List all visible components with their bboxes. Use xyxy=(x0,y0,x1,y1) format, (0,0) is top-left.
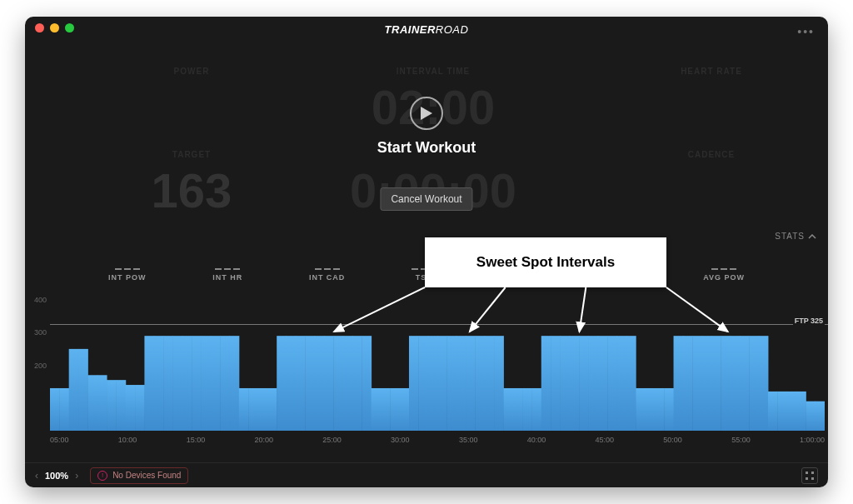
svg-rect-64 xyxy=(646,388,656,431)
device-status[interactable]: ! No Devices Found xyxy=(90,467,188,484)
zoom-out-icon[interactable]: ‹ xyxy=(35,470,38,482)
svg-rect-5 xyxy=(87,375,97,431)
svg-rect-58 xyxy=(588,336,598,431)
svg-rect-60 xyxy=(607,336,617,431)
zoom-control[interactable]: ‹ 100% › xyxy=(35,470,78,482)
start-workout-label: Start Workout xyxy=(377,139,476,157)
close-dot[interactable] xyxy=(35,23,44,32)
svg-rect-22 xyxy=(248,388,258,431)
svg-rect-43 xyxy=(446,336,456,431)
svg-rect-66 xyxy=(664,388,674,431)
svg-rect-16 xyxy=(192,336,202,431)
cadence-label: CADENCE xyxy=(661,150,761,159)
svg-rect-67 xyxy=(674,336,684,431)
svg-rect-4 xyxy=(78,349,88,431)
cancel-workout-button[interactable]: Cancel Workout xyxy=(380,187,472,211)
svg-rect-82 xyxy=(816,402,825,431)
power-label: POWER xyxy=(142,67,242,76)
svg-rect-49 xyxy=(503,388,513,431)
x-tick: 30:00 xyxy=(391,436,410,444)
svg-rect-8 xyxy=(116,380,126,431)
expand-icon xyxy=(806,472,814,480)
svg-rect-33 xyxy=(352,336,362,431)
svg-rect-9 xyxy=(126,385,136,431)
svg-rect-85 xyxy=(806,477,808,480)
svg-rect-28 xyxy=(305,336,315,431)
svg-rect-34 xyxy=(362,336,372,431)
svg-rect-2 xyxy=(59,388,69,431)
svg-rect-52 xyxy=(531,388,541,431)
svg-rect-20 xyxy=(229,336,239,431)
device-status-text: No Devices Found xyxy=(112,471,181,480)
workout-chart[interactable]: 400300200 FTP 325 05:0010:0015:0020:0025… xyxy=(50,300,828,447)
svg-rect-27 xyxy=(296,336,306,431)
window-traffic-lights xyxy=(35,23,74,32)
fullscreen-button[interactable] xyxy=(801,467,818,484)
svg-rect-6 xyxy=(97,375,107,431)
svg-rect-25 xyxy=(277,336,287,431)
svg-rect-47 xyxy=(485,336,495,431)
target-value: 163 xyxy=(125,162,258,218)
minimize-dot[interactable] xyxy=(50,23,59,32)
chevron-up-icon xyxy=(808,234,816,239)
svg-rect-32 xyxy=(343,336,353,431)
power-bars xyxy=(50,300,825,431)
app-logo: TRAINERROAD xyxy=(385,23,469,36)
svg-rect-39 xyxy=(409,336,419,431)
zoom-dot[interactable] xyxy=(65,23,74,32)
zoom-in-icon[interactable]: › xyxy=(75,470,78,482)
svg-rect-73 xyxy=(731,336,741,431)
zoom-value: 100% xyxy=(45,471,68,481)
interval-time-label: INTERVAL TIME xyxy=(367,67,500,76)
x-tick: 05:00 xyxy=(50,436,69,444)
y-axis: 400300200 xyxy=(25,300,50,431)
svg-rect-68 xyxy=(683,336,693,431)
svg-rect-31 xyxy=(333,336,343,431)
svg-rect-23 xyxy=(258,388,268,431)
play-button[interactable] xyxy=(410,97,443,130)
footer-bar: ‹ 100% › ! No Devices Found xyxy=(25,462,828,487)
svg-rect-13 xyxy=(163,336,173,431)
svg-rect-62 xyxy=(626,336,636,431)
stats-toggle[interactable]: STATS xyxy=(775,232,816,241)
svg-rect-61 xyxy=(616,336,626,431)
svg-rect-78 xyxy=(777,392,787,431)
metric-int-cad: INT CAD xyxy=(309,268,346,282)
svg-rect-15 xyxy=(182,336,192,431)
svg-rect-71 xyxy=(711,336,721,431)
svg-rect-3 xyxy=(69,349,79,431)
svg-rect-21 xyxy=(239,388,249,431)
svg-rect-29 xyxy=(315,336,325,431)
svg-rect-35 xyxy=(372,388,382,431)
svg-marker-0 xyxy=(421,107,432,120)
x-axis: 05:0010:0015:0020:0025:0030:0035:0040:00… xyxy=(50,432,825,447)
svg-rect-79 xyxy=(787,392,797,431)
svg-rect-12 xyxy=(154,336,164,431)
svg-rect-80 xyxy=(796,392,806,431)
x-tick: 40:00 xyxy=(527,436,546,444)
x-tick: 1:00:00 xyxy=(800,436,825,444)
svg-rect-44 xyxy=(456,336,466,431)
svg-rect-54 xyxy=(551,336,561,431)
svg-rect-41 xyxy=(428,336,438,431)
svg-rect-19 xyxy=(220,336,230,431)
svg-rect-81 xyxy=(806,402,816,431)
svg-rect-46 xyxy=(475,336,485,431)
svg-rect-74 xyxy=(740,336,750,431)
svg-rect-1 xyxy=(50,388,60,431)
svg-rect-86 xyxy=(811,477,814,480)
metric-avg-pow: AVG POW xyxy=(703,268,745,282)
svg-rect-55 xyxy=(560,336,570,431)
svg-rect-83 xyxy=(806,472,808,474)
more-menu-icon[interactable]: ••• xyxy=(797,25,815,38)
svg-rect-53 xyxy=(541,336,551,431)
x-tick: 45:00 xyxy=(596,436,615,444)
svg-rect-65 xyxy=(655,388,665,431)
svg-rect-72 xyxy=(721,336,731,431)
svg-rect-63 xyxy=(636,388,646,431)
play-icon xyxy=(421,107,432,120)
svg-rect-76 xyxy=(759,336,769,431)
svg-rect-56 xyxy=(570,336,580,431)
svg-rect-77 xyxy=(768,392,778,431)
svg-rect-36 xyxy=(381,388,391,431)
